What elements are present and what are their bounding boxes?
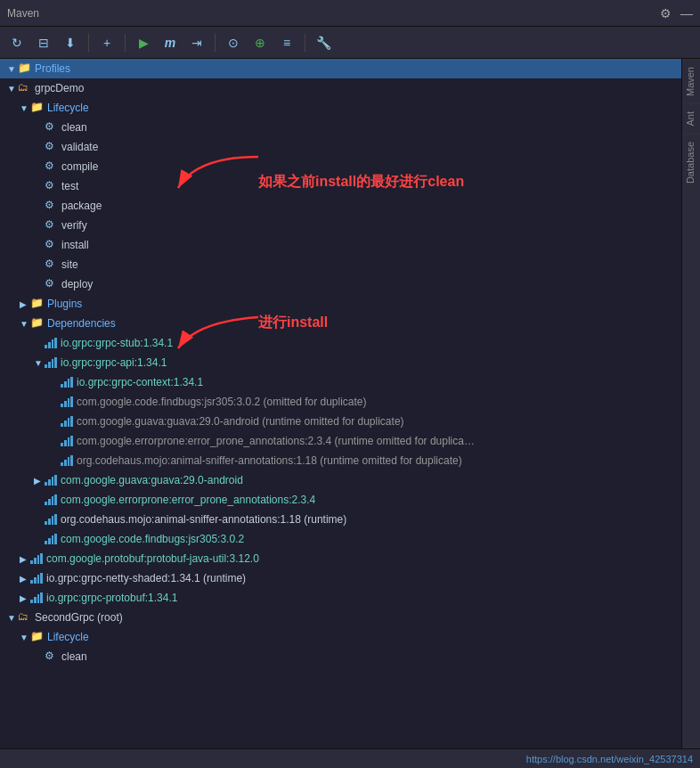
label-package: package	[61, 200, 102, 212]
collapse-button[interactable]: ⊟	[32, 31, 55, 54]
label-secondGrpc: SecondGrpc (root)	[35, 611, 123, 624]
arrow-dep5[interactable]	[20, 554, 30, 564]
tree-item-dep6[interactable]: io.grpc:grpc-netty-shaded:1.34.1 (runtim…	[0, 568, 681, 588]
main-area: 📁 Profiles 🗂 grpcDemo 📁 Lifecycle ▶	[0, 59, 700, 748]
label-dep2b: com.google.code.findbugs:jsr305:3.0.2 (o…	[77, 396, 367, 408]
folder-icon-plugins: 📁	[30, 297, 45, 311]
add-button[interactable]: +	[95, 31, 118, 54]
tree-item-clean2[interactable]: ▶ clean	[0, 647, 681, 666]
dep-icon-4a	[45, 494, 57, 505]
status-bar: https://blog.csdn.net/weixin_42537314	[0, 748, 700, 768]
tree-item-dep3[interactable]: com.google.guava:guava:29.0-android	[0, 470, 681, 490]
side-tab-database[interactable]: Database	[682, 134, 700, 191]
minimize-icon[interactable]: —	[680, 6, 693, 20]
tree-item-dep4c[interactable]: com.google.code.findbugs:jsr305:3.0.2	[0, 529, 681, 549]
tree-item-dep2[interactable]: io.grpc:grpc-api:1.34.1	[0, 353, 681, 372]
label-test: test	[61, 180, 78, 192]
dep-icon-2d	[61, 436, 73, 446]
tree-item-test[interactable]: ▶ test	[0, 176, 681, 196]
tree-item-dep2a[interactable]: io.grpc:grpc-context:1.34.1	[0, 372, 681, 392]
tree-item-dep2d[interactable]: com.google.errorprone:error_prone_annota…	[0, 431, 681, 451]
tree-item-dep2e[interactable]: org.codehaus.mojo:animal-sniffer-annotat…	[0, 451, 681, 470]
label-dep2e: org.codehaus.mojo:animal-sniffer-annotat…	[77, 454, 462, 467]
arrow-dep6[interactable]	[20, 574, 30, 584]
gear-icon-clean2	[45, 650, 59, 664]
run-button[interactable]: ▶	[132, 31, 155, 54]
status-url: https://blog.csdn.net/weixin_42537314	[526, 754, 693, 764]
tree-item-dep4a[interactable]: com.google.errorprone:error_prone_annota…	[0, 490, 681, 510]
arrow-dep2[interactable]	[34, 358, 45, 368]
tree-panel[interactable]: 📁 Profiles 🗂 grpcDemo 📁 Lifecycle ▶	[0, 59, 681, 748]
arrow-secondGrpc[interactable]	[7, 613, 18, 623]
folder-icon-dependencies: 📁	[30, 316, 45, 331]
label-dep2: io.grpc:grpc-api:1.34.1	[61, 356, 167, 369]
skip-button[interactable]: ⇥	[185, 31, 208, 54]
separator-3	[215, 34, 216, 52]
folder-icon-lifecycle: 📁	[30, 101, 45, 115]
arrow-lifecycle[interactable]	[20, 103, 30, 113]
tree-item-install[interactable]: ▶ install	[0, 235, 681, 255]
tree-item-verify[interactable]: ▶ verify	[0, 216, 681, 235]
dep-icon-2e	[61, 455, 73, 466]
gear-icon-validate	[45, 140, 59, 154]
label-dep4c: com.google.code.findbugs:jsr305:3.0.2	[61, 533, 244, 545]
tree-item-clean[interactable]: ▶ clean	[0, 118, 681, 137]
project-icon-secondGrpc: 🗂	[18, 610, 32, 625]
gear-icon-clean	[45, 120, 59, 135]
label-compile: compile	[61, 160, 98, 173]
tree-item-package[interactable]: ▶ package	[0, 196, 681, 216]
label-grpcDemo: grpcDemo	[35, 82, 84, 94]
tree-item-dep5[interactable]: com.google.protobuf:protobuf-java-util:3…	[0, 549, 681, 568]
toolbar: ↻ ⊟ ⬇ + ▶ m ⇥ ⊙ ⊕ ≡ 🔧	[0, 27, 700, 59]
tree-item-validate[interactable]: ▶ validate	[0, 137, 681, 157]
tree-item-compile[interactable]: ▶ compile	[0, 157, 681, 176]
tree-item-dependencies[interactable]: 📁 Dependencies	[0, 314, 681, 333]
tree-item-dep4b[interactable]: org.codehaus.mojo:animal-sniffer-annotat…	[0, 510, 681, 529]
label-dep1: io.grpc:grpc-stub:1.34.1	[61, 337, 173, 349]
label-dependencies: Dependencies	[47, 317, 116, 330]
side-tabs: Maven Ant Database	[681, 59, 700, 748]
label-verify: verify	[61, 219, 87, 232]
label-dep2d: com.google.errorprone:error_prone_annota…	[77, 435, 475, 447]
gear-icon-test	[45, 179, 59, 193]
gear-icon-site	[45, 257, 59, 272]
tree-item-deploy[interactable]: ▶ deploy	[0, 274, 681, 294]
arrow-lifecycle2[interactable]	[20, 633, 30, 642]
refresh-button[interactable]: ↻	[5, 31, 28, 54]
label-dep7: io.grpc:grpc-protobuf:1.34.1	[46, 592, 177, 604]
arrow-profiles[interactable]	[7, 64, 18, 74]
tree-item-grpcDemo[interactable]: 🗂 grpcDemo	[0, 78, 681, 98]
maven-title: Maven	[7, 7, 39, 20]
label-dep4a: com.google.errorprone:error_prone_annota…	[61, 494, 315, 506]
arrow-plugins[interactable]	[20, 299, 30, 309]
task3-button[interactable]: ≡	[275, 31, 298, 54]
separator-2	[125, 34, 126, 52]
separator-1	[88, 34, 89, 52]
side-tab-maven[interactable]: Maven	[682, 59, 700, 103]
tree-item-lifecycle[interactable]: 📁 Lifecycle	[0, 98, 681, 118]
tree-item-secondGrpc[interactable]: 🗂 SecondGrpc (root)	[0, 608, 681, 627]
tree-item-dep2b[interactable]: com.google.code.findbugs:jsr305:3.0.2 (o…	[0, 392, 681, 412]
task2-button[interactable]: ⊕	[248, 31, 272, 54]
label-dep6: io.grpc:grpc-netty-shaded:1.34.1 (runtim…	[46, 572, 246, 584]
arrow-dep7[interactable]	[20, 593, 30, 603]
settings-button[interactable]: 🔧	[312, 31, 335, 54]
tree-item-lifecycle2[interactable]: 📁 Lifecycle	[0, 627, 681, 647]
side-tab-ant[interactable]: Ant	[682, 103, 700, 134]
arrow-dep3[interactable]	[34, 476, 45, 486]
arrow-dependencies[interactable]	[20, 319, 30, 329]
gear-title-icon[interactable]: ⚙	[660, 6, 672, 20]
tree-item-dep1[interactable]: io.grpc:grpc-stub:1.34.1	[0, 333, 681, 353]
label-plugins: Plugins	[47, 298, 82, 310]
tree-item-profiles[interactable]: 📁 Profiles	[0, 59, 681, 78]
tree-item-site[interactable]: ▶ site	[0, 255, 681, 274]
tree-item-dep7[interactable]: io.grpc:grpc-protobuf:1.34.1	[0, 588, 681, 608]
tree-item-plugins[interactable]: 📁 Plugins	[0, 294, 681, 314]
tree-item-dep2c[interactable]: com.google.guava:guava:29.0-android (run…	[0, 412, 681, 431]
arrow-grpcDemo[interactable]	[7, 84, 18, 94]
task1-button[interactable]: ⊙	[222, 31, 245, 54]
maven-button[interactable]: m	[159, 31, 182, 54]
download-button[interactable]: ⬇	[59, 31, 82, 54]
separator-4	[305, 34, 305, 52]
label-dep5: com.google.protobuf:protobuf-java-util:3…	[46, 552, 259, 565]
